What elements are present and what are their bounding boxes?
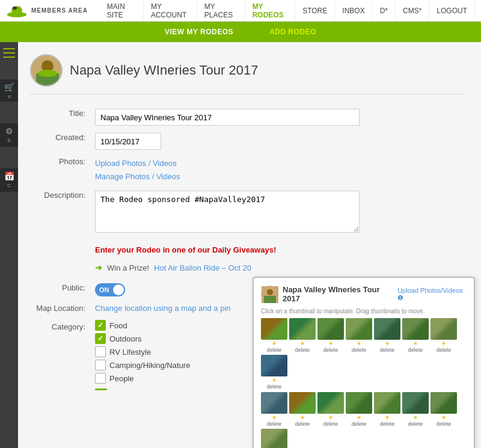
nav-store[interactable]: STORE bbox=[295, 0, 335, 22]
photo-thumb[interactable] bbox=[430, 318, 457, 340]
photo-thumb[interactable] bbox=[289, 392, 316, 414]
photo-thumb[interactable] bbox=[261, 355, 287, 376]
description-textarea[interactable]: The Rodeo sponsored #NapaValley2017 bbox=[95, 191, 360, 233]
nav-my-account[interactable]: MY ACCOUNT bbox=[144, 0, 197, 22]
delete-label[interactable]: delete bbox=[352, 421, 367, 427]
popup-subtitle: Click on a thumbnail to manipulate. Drag… bbox=[261, 308, 467, 315]
star-icon: ★ bbox=[357, 340, 361, 346]
category-food[interactable]: Food bbox=[95, 320, 271, 331]
photo-thumb[interactable] bbox=[261, 429, 287, 448]
nav-main-site[interactable]: MAIN SITE bbox=[100, 0, 144, 22]
photo-item: ★ delete bbox=[430, 392, 457, 427]
delete-label[interactable]: delete bbox=[437, 421, 452, 427]
photo-thumb[interactable] bbox=[261, 318, 287, 340]
delete-label[interactable]: delete bbox=[267, 384, 282, 390]
photo-thumb[interactable] bbox=[402, 318, 429, 340]
title-row: Title: bbox=[30, 105, 463, 129]
delete-label[interactable]: delete bbox=[295, 421, 310, 427]
photo-thumb[interactable] bbox=[289, 318, 316, 340]
upload-photos-link[interactable]: Upload Photos / Videos bbox=[95, 157, 458, 170]
hamburger-icon[interactable] bbox=[3, 48, 15, 58]
nav-inbox[interactable]: INBOX bbox=[335, 0, 372, 22]
delete-label[interactable]: delete bbox=[408, 347, 423, 353]
photo-thumb[interactable] bbox=[430, 392, 457, 414]
delete-label[interactable]: delete bbox=[380, 421, 395, 427]
photo-thumb[interactable] bbox=[317, 392, 344, 414]
star-icon: ★ bbox=[441, 414, 446, 420]
photo-thumb[interactable] bbox=[261, 392, 287, 414]
photo-thumb[interactable] bbox=[346, 392, 372, 414]
category-camping[interactable]: Camping/Hiking/Nature bbox=[95, 360, 271, 370]
created-input[interactable] bbox=[95, 133, 161, 150]
created-row: Created: bbox=[30, 129, 463, 153]
map-location-link[interactable]: Change location using a map and a pin bbox=[95, 304, 231, 313]
food-label: Food bbox=[109, 321, 127, 330]
top-nav: MEMBERS AREA MAIN SITE MY ACCOUNT MY PLA… bbox=[0, 0, 481, 22]
description-cell: The Rodeo sponsored #NapaValley2017 bbox=[90, 187, 463, 238]
delete-label[interactable]: delete bbox=[295, 347, 310, 353]
delete-label[interactable]: delete bbox=[352, 347, 367, 353]
page-title: Napa Valley WIneries Tour 2017 bbox=[70, 63, 258, 78]
delete-label[interactable]: delete bbox=[323, 421, 339, 427]
category-people[interactable]: People bbox=[95, 373, 271, 384]
cart-icon[interactable]: 🛒 bbox=[4, 83, 14, 91]
view-my-rodeos-button[interactable]: VIEW MY RODEOS bbox=[147, 22, 251, 42]
members-area-label: MEMBERS AREA bbox=[31, 7, 88, 14]
rv-checkbox[interactable] bbox=[95, 346, 106, 357]
photo-item: ★ delete bbox=[317, 318, 344, 353]
win-prize-row: ➜ Win a Prize! Hot Air Ballon Ride – Oct… bbox=[95, 263, 458, 272]
title-input[interactable] bbox=[95, 109, 360, 126]
photo-thumb[interactable] bbox=[317, 318, 344, 340]
photo-item: ★ delete bbox=[374, 392, 400, 427]
nav-cms[interactable]: CMS* bbox=[396, 0, 429, 22]
delete-label[interactable]: delete bbox=[408, 421, 423, 427]
calendar-icon[interactable]: 📅 bbox=[4, 172, 14, 180]
delete-label[interactable]: delete bbox=[267, 347, 282, 353]
photo-item: ★ delete bbox=[317, 392, 344, 427]
add-rodeo-button[interactable]: ADD RODEO bbox=[251, 22, 334, 42]
delete-label[interactable]: delete bbox=[437, 347, 452, 353]
nav-d-star[interactable]: D* bbox=[373, 0, 396, 22]
category-rv-lifestyle[interactable]: RV Lifestyle bbox=[95, 346, 271, 357]
camping-checkbox[interactable] bbox=[95, 360, 106, 370]
category-label: Category: bbox=[30, 316, 90, 394]
food-checkbox[interactable] bbox=[95, 320, 106, 331]
photo-item: ★ delete bbox=[289, 392, 316, 427]
popup-upload-link[interactable]: Upload Photos/Videos ❶ bbox=[397, 287, 467, 302]
category-outdoors[interactable]: Outdoors bbox=[95, 333, 271, 344]
nav-logout[interactable]: LOGOUT bbox=[429, 0, 475, 22]
outdoors-checkbox[interactable] bbox=[95, 333, 106, 344]
delete-label[interactable]: delete bbox=[380, 347, 395, 353]
photos-label: Photos: bbox=[30, 153, 90, 187]
public-toggle[interactable]: ON bbox=[95, 283, 125, 296]
photo-thumb[interactable] bbox=[346, 318, 372, 340]
delete-label[interactable]: delete bbox=[323, 347, 339, 353]
star-icon: ★ bbox=[328, 414, 333, 420]
photo-thumb[interactable] bbox=[402, 392, 429, 414]
nav-my-rodeos[interactable]: MY RODEOS bbox=[245, 0, 296, 22]
svg-point-2 bbox=[13, 6, 17, 9]
star-icon: ★ bbox=[300, 340, 305, 346]
svg-point-8 bbox=[267, 289, 273, 295]
star-icon: ★ bbox=[328, 340, 333, 346]
sidebar-label-3: C bbox=[7, 183, 11, 188]
people-checkbox[interactable] bbox=[95, 373, 106, 384]
settings-icon[interactable]: ⚙ bbox=[5, 127, 13, 135]
nav-my-places[interactable]: MY PLACES bbox=[197, 0, 245, 22]
photo-item: ★ delete bbox=[346, 318, 372, 353]
toggle-knob bbox=[113, 284, 124, 295]
photo-thumb[interactable] bbox=[374, 392, 400, 414]
people-label: People bbox=[109, 374, 133, 383]
win-arrow-icon: ➜ bbox=[95, 263, 102, 272]
description-row: Description: The Rodeo sponsored #NapaVa… bbox=[30, 187, 463, 238]
photo-thumb[interactable] bbox=[374, 318, 400, 340]
photo-row-1: ★ delete ★ delete ★ delete ★ delete ★ bbox=[261, 318, 467, 390]
manage-photos-link[interactable]: Manage Photos / Videos bbox=[95, 170, 458, 183]
popup-title: Napa Valley WIneries Tour 2017 bbox=[283, 285, 393, 303]
photo-row-2: ★ delete ★ delete ★ delete ★ delete ★ bbox=[261, 392, 467, 448]
sidebar-section-1: 🛒 S bbox=[0, 79, 18, 102]
star-icon: ★ bbox=[385, 414, 390, 420]
map-label: Map Location: bbox=[30, 300, 90, 316]
delete-label[interactable]: delete bbox=[267, 421, 282, 427]
toggle-label: ON bbox=[99, 286, 109, 293]
